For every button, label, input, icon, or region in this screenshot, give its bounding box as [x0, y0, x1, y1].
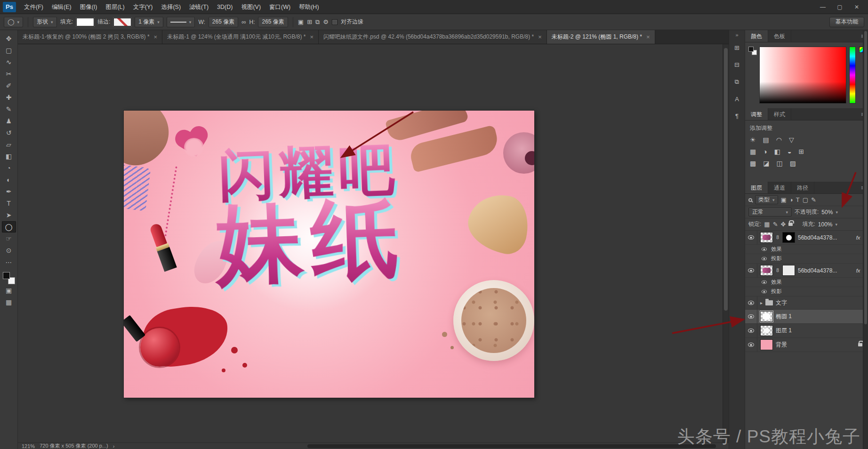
layer-thumbnail[interactable]: [760, 339, 773, 350]
blur-tool[interactable]: ◔: [2, 162, 16, 174]
stroke-width-select[interactable]: 1 像素 ▾: [135, 17, 163, 27]
device-preview-panel-icon[interactable]: ⧉: [735, 78, 739, 86]
layer-mask-thumbnail[interactable]: [782, 265, 795, 276]
more-tools-icon[interactable]: ⋯: [2, 257, 16, 268]
zoom-level[interactable]: 121%: [22, 443, 35, 449]
horizontal-scrollbar[interactable]: [307, 444, 716, 448]
layer-drop-shadow-row[interactable]: 投影: [745, 254, 868, 264]
history-brush-tool[interactable]: ↺: [2, 127, 16, 138]
width-input[interactable]: 265 像素: [209, 17, 238, 27]
clone-stamp-tool[interactable]: ♟: [2, 115, 16, 127]
eye-icon[interactable]: [762, 257, 767, 261]
lock-position-icon[interactable]: ✥: [781, 221, 786, 228]
fill-value[interactable]: 100%: [818, 221, 833, 228]
eye-icon[interactable]: [762, 248, 767, 251]
poster-document[interactable]: 闪耀吧 妹纸: [124, 111, 534, 398]
fx-badge[interactable]: fx: [856, 268, 860, 273]
filter-pixel-layers-icon[interactable]: ▣: [781, 196, 787, 203]
path-arrangement-icon[interactable]: ⧉: [315, 18, 320, 26]
tab-color[interactable]: 颜色: [745, 30, 768, 42]
filter-adjustment-layers-icon[interactable]: ◑: [789, 196, 793, 203]
foreground-background-swatches[interactable]: [3, 272, 15, 284]
character-panel-icon[interactable]: A: [735, 96, 739, 103]
layer-mask-thumbnail[interactable]: [782, 232, 795, 243]
blend-mode-select[interactable]: 正常 ▾: [748, 208, 792, 216]
layer-row-layer1[interactable]: 图层 1: [745, 324, 868, 338]
scrollbar-thumb[interactable]: [864, 31, 867, 324]
layer-effects-row[interactable]: 效果: [745, 245, 868, 254]
type-tool[interactable]: T: [2, 198, 16, 209]
ellipse-tool[interactable]: ◯: [2, 221, 16, 233]
channel-mixer-adjustment-icon[interactable]: ▩: [750, 160, 756, 167]
tab-layers[interactable]: 图层: [745, 182, 768, 193]
black-white-adjustment-icon[interactable]: ◒: [788, 148, 791, 155]
layer-effects-row[interactable]: 效果: [745, 278, 868, 287]
menu-select[interactable]: 选择(S): [157, 0, 185, 14]
zoom-tool[interactable]: ⊙: [2, 245, 16, 256]
tab-swatches[interactable]: 色板: [768, 30, 791, 42]
panels-scrollbar[interactable]: [863, 30, 868, 449]
visibility-toggle[interactable]: [745, 338, 757, 352]
color-balance-adjustment-icon[interactable]: ◧: [774, 148, 780, 155]
canvas-area[interactable]: 闪耀吧 妹纸: [18, 44, 729, 442]
quick-mask-icon[interactable]: ▣: [2, 285, 16, 296]
close-tab-icon[interactable]: ×: [154, 33, 158, 40]
pen-tool[interactable]: ✒: [2, 186, 16, 197]
layer-name[interactable]: 56bd04a4378...: [798, 234, 853, 241]
lasso-tool[interactable]: ∿: [2, 56, 16, 68]
tab-paths[interactable]: 路径: [791, 182, 814, 193]
status-chevron-icon[interactable]: ›: [113, 443, 115, 449]
layer-row-background[interactable]: 背景: [745, 338, 868, 352]
curves-adjustment-icon[interactable]: ◠: [776, 136, 782, 144]
threshold-adjustment-icon[interactable]: ▨: [790, 160, 796, 167]
layer-name[interactable]: 56bd04a4378...: [798, 267, 853, 274]
layer-row-smart-object-2[interactable]: 8 56bd04a4378... fx ^: [745, 264, 868, 278]
vertical-scrollbar[interactable]: [723, 44, 729, 442]
opacity-value[interactable]: 50%: [821, 209, 833, 216]
fill-swatch[interactable]: [76, 18, 94, 26]
photo-filter-adjustment-icon[interactable]: ⊞: [798, 148, 804, 155]
posterize-adjustment-icon[interactable]: ◫: [776, 160, 782, 167]
healing-brush-tool[interactable]: ✚: [2, 92, 16, 103]
menu-layer[interactable]: 图层(L): [101, 0, 129, 14]
menu-type[interactable]: 文字(Y): [129, 0, 157, 14]
move-tool[interactable]: ✥: [2, 33, 16, 44]
properties-panel-icon[interactable]: ⊞: [734, 44, 739, 51]
hue-saturation-adjustment-icon[interactable]: ◑: [763, 148, 767, 155]
screen-mode-icon[interactable]: ▦: [2, 297, 16, 308]
invert-adjustment-icon[interactable]: ◪: [763, 160, 769, 167]
close-button[interactable]: ✕: [848, 0, 865, 14]
lock-image-pixels-icon[interactable]: ✎: [773, 221, 778, 228]
workspace-switcher[interactable]: 基本功能: [829, 17, 864, 27]
height-input[interactable]: 265 像素: [258, 17, 288, 27]
visibility-toggle[interactable]: [745, 231, 757, 244]
filter-smart-object-icon[interactable]: ✎: [811, 196, 816, 203]
stroke-style-select[interactable]: ▾: [167, 17, 195, 27]
close-tab-icon[interactable]: ×: [646, 33, 650, 40]
eye-icon[interactable]: [762, 281, 767, 284]
mini-foreground-background[interactable]: [748, 47, 757, 55]
maximize-button[interactable]: ▢: [831, 0, 848, 14]
lock-all-icon[interactable]: [788, 223, 793, 226]
brightness-contrast-adjustment-icon[interactable]: ☀: [750, 136, 756, 144]
menu-image[interactable]: 图像(I): [76, 0, 102, 14]
group-name[interactable]: 文字: [776, 299, 866, 307]
minimize-button[interactable]: —: [814, 0, 831, 14]
hue-slider[interactable]: [849, 47, 856, 104]
marquee-tool[interactable]: ▢: [2, 45, 16, 56]
menu-help[interactable]: 帮助(H): [295, 0, 323, 14]
layer-name[interactable]: 椭圆 1: [776, 313, 866, 321]
saturation-brightness-field[interactable]: [759, 47, 846, 104]
foreground-color-swatch[interactable]: [3, 272, 10, 279]
group-collapse-icon[interactable]: ▸: [760, 300, 763, 305]
align-edges-checkbox[interactable]: [332, 19, 338, 25]
exposure-adjustment-icon[interactable]: ▽: [789, 136, 794, 144]
tool-preset-picker[interactable]: ◯ ▾: [4, 17, 23, 27]
tab-channels[interactable]: 通道: [768, 182, 791, 193]
tab-adjustments[interactable]: 调整: [745, 108, 768, 120]
eraser-tool[interactable]: ▱: [2, 139, 16, 150]
layer-drop-shadow-row[interactable]: 投影: [745, 287, 868, 297]
layer-row-smart-object-1[interactable]: 8 56bd04a4378... fx ^: [745, 231, 868, 245]
layer-group-row-text[interactable]: ▸ 文字: [745, 297, 868, 310]
visibility-toggle[interactable]: [745, 297, 757, 309]
